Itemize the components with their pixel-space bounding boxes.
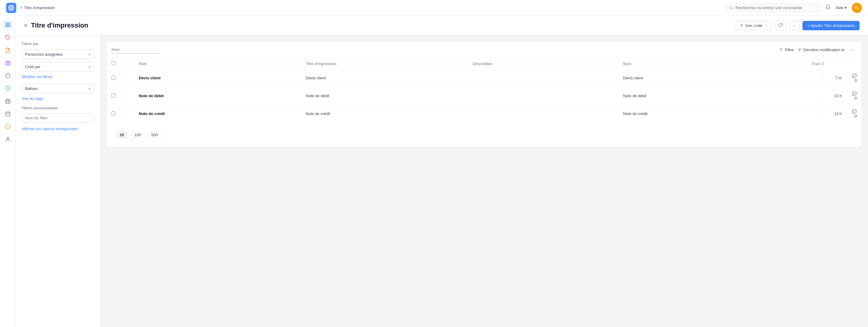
view-toggle-button[interactable]: Vue: Liste [735, 21, 772, 30]
comment-count: 0 [855, 114, 857, 118]
tags-select[interactable]: Balises [22, 84, 94, 93]
table-row: ♡ Devis client Devis client Devis client… [107, 69, 862, 87]
modify-filters-link[interactable]: Modifier les filtres [22, 75, 94, 79]
row-checkbox[interactable] [112, 111, 116, 115]
content-card: Filtre Dernière modification le ··· [106, 42, 862, 147]
assigned-persons-filter[interactable]: Personnes assignées ▼ [22, 50, 94, 59]
row-title: Note de crédit [301, 105, 468, 122]
row-time: 13 h [829, 105, 846, 122]
refresh-button[interactable] [775, 21, 786, 30]
filter-name-input[interactable] [22, 113, 94, 122]
help-menu[interactable]: Aide ▾ [836, 5, 847, 10]
row-checkbox-cell[interactable] [107, 105, 120, 122]
user-avatar[interactable]: TL [852, 3, 862, 13]
more-options-button[interactable]: ··· [789, 21, 800, 30]
pagination-500[interactable]: 500 [148, 131, 161, 139]
row-time: 7 m [829, 69, 846, 87]
list-icon [739, 23, 743, 28]
content-toolbar: Filtre Dernière modification le ··· [107, 42, 862, 58]
breadcrumb-arrow: > [20, 5, 22, 10]
sidebar-icon-box[interactable] [2, 70, 13, 81]
search-icon [729, 5, 733, 10]
svg-rect-6 [6, 25, 7, 27]
page-header-actions: Vue: Liste ··· + Ajouter Titre d'impress… [735, 21, 860, 30]
search-bar[interactable] [725, 3, 822, 12]
sort-icon [797, 48, 802, 52]
row-name-text: Note de crédit [139, 111, 165, 116]
favorite-icon[interactable]: ♡ [125, 76, 129, 81]
top-nav: > Titre d'impression Aide ▾ TL [0, 0, 868, 16]
sidebar-icon-building[interactable] [2, 57, 13, 69]
sort-button[interactable]: Dernière modification le [797, 48, 845, 52]
row-name[interactable]: Note de crédit [134, 105, 301, 122]
tags-filter[interactable]: Balises ▼ [22, 84, 94, 93]
row-description [468, 105, 618, 122]
sidebar-icon-briefcase[interactable] [2, 96, 13, 107]
menu-icon[interactable]: ≡ [24, 22, 28, 29]
row-name[interactable]: Note de débit [134, 87, 301, 105]
sidebar-icon-hexagon[interactable] [2, 121, 13, 132]
row-favorite-cell[interactable]: ♡ [120, 69, 134, 87]
svg-point-16 [7, 137, 9, 139]
add-print-title-button[interactable]: + Ajouter Titre d'impression [802, 21, 860, 30]
row-favorite-cell[interactable]: ♡ [120, 87, 134, 105]
row-dash: - [769, 105, 829, 122]
th-count: 3 sur 3 [769, 58, 829, 69]
th-nom2: Nom [618, 58, 768, 69]
sidebar [0, 16, 16, 327]
row-description [468, 87, 618, 105]
filter-icon [779, 48, 783, 52]
filter-button[interactable]: Filtre [779, 48, 794, 52]
pagination-100[interactable]: 100 [131, 131, 144, 139]
row-checkbox-cell[interactable] [107, 87, 120, 105]
row-name-text: Note de débit [139, 93, 163, 98]
favorite-icon[interactable]: ♡ [125, 93, 129, 99]
pagination-row: 20 100 500 [107, 122, 862, 147]
comment-count: 0 [855, 78, 857, 83]
content-search-input[interactable] [112, 46, 160, 54]
saved-values-link[interactable]: Afficher les valeurs enregistrées [22, 126, 94, 132]
row-checkbox[interactable] [112, 93, 116, 98]
th-titre-impression: Titre d'impression [301, 58, 468, 69]
favorite-icon[interactable]: ♡ [125, 111, 129, 116]
table-row: ♡ Note de crédit Note de crédit Note de … [107, 105, 862, 122]
row-favorite-cell[interactable]: ♡ [120, 105, 134, 122]
select-all-checkbox[interactable] [112, 61, 116, 65]
table-row: ♡ Note de débit Note de débit Note de dé… [107, 87, 862, 105]
comment-count: 0 [855, 96, 857, 101]
th-checkbox[interactable] [107, 58, 120, 69]
chevron-up-down-icon [764, 24, 768, 27]
sidebar-icon-user[interactable] [2, 134, 13, 145]
see-tags-link[interactable]: Voir les tags [22, 96, 94, 101]
sidebar-icon-shield[interactable] [2, 83, 13, 94]
more-icon: ··· [793, 23, 796, 28]
pagination-20[interactable]: 20 [116, 131, 127, 139]
filter-label: Filtre [785, 48, 794, 52]
row-checkbox-cell[interactable] [107, 69, 120, 87]
sidebar-icon-calendar[interactable] [2, 108, 13, 119]
row-name[interactable]: Devis client [134, 69, 301, 87]
content-area: ≡ Titre d'impression Vue: Liste ··· + Aj… [16, 16, 868, 327]
created-by-select[interactable]: Créé par [22, 62, 94, 72]
assigned-persons-select[interactable]: Personnes assignées [22, 50, 94, 59]
search-input[interactable] [736, 5, 818, 10]
created-by-filter[interactable]: Créé par ▼ [22, 62, 94, 72]
row-checkbox[interactable] [112, 76, 116, 80]
view-label: Vue: Liste [745, 23, 762, 28]
notification-bell[interactable] [826, 4, 831, 11]
custom-filters-label: Filtres personnalisés [22, 106, 94, 110]
sidebar-icon-grid[interactable] [2, 19, 13, 30]
app-logo[interactable] [6, 3, 16, 13]
sidebar-icon-doc[interactable] [2, 45, 13, 56]
row-name-text: Devis client [139, 76, 160, 80]
comment-icon: 💬 [852, 109, 857, 114]
main-layout: ≡ Titre d'impression Vue: Liste ··· + Aj… [0, 16, 868, 327]
page-header: ≡ Titre d'impression Vue: Liste ··· + Aj… [16, 16, 868, 35]
svg-point-2 [730, 6, 732, 9]
breadcrumb-label[interactable]: Titre d'impression [24, 5, 55, 10]
row-dash: - [769, 69, 829, 87]
svg-rect-4 [6, 23, 7, 24]
table-more-button[interactable]: ··· [848, 46, 857, 54]
body-area: Filtrer par Personnes assignées ▼ Créé p… [16, 35, 868, 327]
sidebar-icon-tag[interactable] [2, 32, 13, 43]
